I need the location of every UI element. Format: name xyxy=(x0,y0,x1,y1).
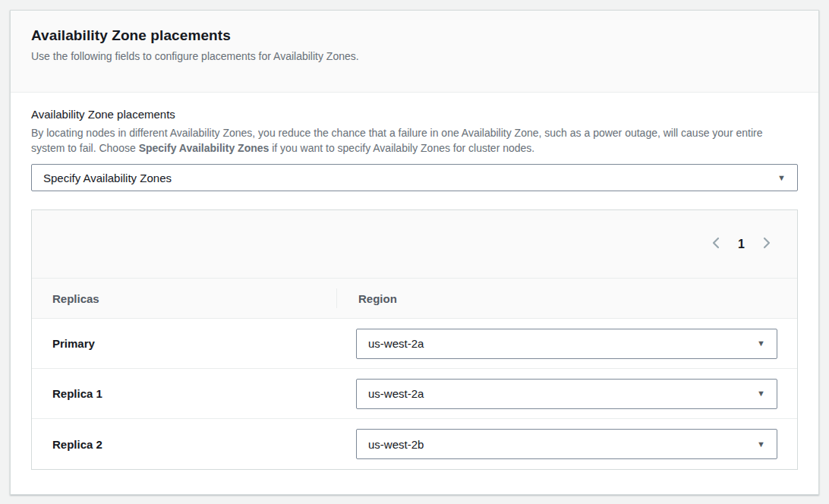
chevron-right-icon xyxy=(761,237,771,251)
region-select-primary[interactable]: us-west-2a ▼ xyxy=(356,329,777,359)
region-select-replica-2[interactable]: us-west-2b ▼ xyxy=(356,429,777,459)
description-text-2: if you want to specify Availabily Zones … xyxy=(269,142,534,154)
pagination-next-button[interactable] xyxy=(755,234,777,254)
az-placements-description: By locating nodes in different Availabil… xyxy=(31,125,798,156)
replica-name-primary: Primary xyxy=(32,337,336,350)
availability-zone-placements-card: Availability Zone placements Use the fol… xyxy=(10,10,819,495)
region-select-replica-1[interactable]: us-west-2a ▼ xyxy=(356,379,777,409)
table-header-row: Replicas Region xyxy=(32,279,797,319)
region-select-value: us-west-2b xyxy=(368,438,424,451)
pagination-prev-button[interactable] xyxy=(705,234,727,254)
region-select-value: us-west-2a xyxy=(368,337,424,350)
table-row: Replica 2 us-west-2b ▼ xyxy=(32,419,797,469)
chevron-left-icon xyxy=(711,237,721,251)
pagination-current-page[interactable]: 1 xyxy=(735,238,748,251)
description-bold-text: Specify Availability Zones xyxy=(139,142,270,154)
table-row: Replica 1 us-west-2a ▼ xyxy=(32,369,797,419)
pagination: 1 xyxy=(705,234,777,254)
column-header-replicas: Replicas xyxy=(32,292,336,305)
card-body: Availability Zone placements By locating… xyxy=(11,93,818,490)
table-row: Primary us-west-2a ▼ xyxy=(32,319,797,369)
page-title: Availability Zone placements xyxy=(31,27,798,44)
replica-name-replica-1: Replica 1 xyxy=(32,387,336,400)
chevron-down-icon: ▼ xyxy=(777,174,786,182)
card-subtitle: Use the following fields to configure pl… xyxy=(31,50,798,62)
replica-name-replica-2: Replica 2 xyxy=(32,438,336,451)
az-mode-select-value: Specify Availability Zones xyxy=(43,172,172,184)
region-select-value: us-west-2a xyxy=(368,387,424,400)
chevron-down-icon: ▼ xyxy=(757,389,765,398)
chevron-down-icon: ▼ xyxy=(757,440,765,449)
chevron-down-icon: ▼ xyxy=(757,339,765,348)
region-cell: us-west-2a ▼ xyxy=(336,329,797,359)
card-header: Availability Zone placements Use the fol… xyxy=(11,11,818,93)
column-header-region: Region xyxy=(337,292,397,305)
table-toolbar: 1 xyxy=(32,210,797,279)
region-cell: us-west-2a ▼ xyxy=(336,379,797,409)
az-placements-field-label: Availability Zone placements xyxy=(31,108,798,121)
region-cell: us-west-2b ▼ xyxy=(336,429,797,459)
az-mode-select[interactable]: Specify Availability Zones ▼ xyxy=(31,164,798,191)
replicas-table: 1 Replicas Region Primary us-west xyxy=(31,209,798,470)
